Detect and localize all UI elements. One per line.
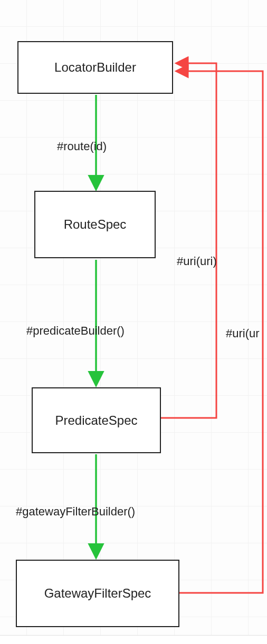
node-predicate-spec: PredicateSpec bbox=[32, 387, 161, 453]
edge-label-uri-uri: #uri(uri) bbox=[177, 255, 217, 268]
bottom-strip bbox=[0, 635, 267, 644]
edge-label-predicate-builder: #predicateBuilder() bbox=[26, 324, 125, 338]
edge-label-route-id: #route(id) bbox=[57, 140, 107, 153]
node-label: LocatorBuilder bbox=[54, 60, 136, 75]
node-label: GatewayFilterSpec bbox=[44, 586, 151, 601]
node-locator-builder: LocatorBuilder bbox=[17, 41, 173, 94]
edge-label-gateway-filter-builder: #gatewayFilterBuilder() bbox=[16, 505, 135, 519]
node-label: PredicateSpec bbox=[55, 413, 137, 428]
edge-label-uri-ur-partial: #uri(ur bbox=[226, 327, 260, 340]
node-gateway-filter-spec: GatewayFilterSpec bbox=[16, 560, 179, 627]
node-label: RouteSpec bbox=[64, 217, 127, 232]
edge-predicate-to-locator bbox=[161, 63, 216, 418]
node-route-spec: RouteSpec bbox=[34, 191, 156, 258]
connections-svg bbox=[0, 0, 267, 644]
